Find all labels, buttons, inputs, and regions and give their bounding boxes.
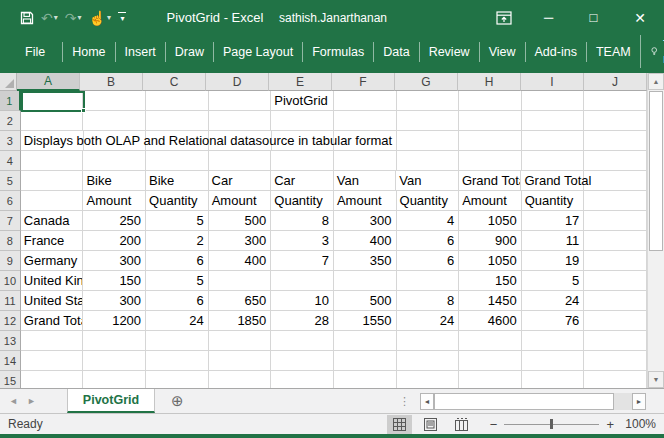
- cell-B4[interactable]: [83, 151, 146, 171]
- close-button[interactable]: ✕: [616, 0, 664, 35]
- cell-D13[interactable]: [209, 331, 272, 351]
- cell-J2[interactable]: [584, 111, 647, 131]
- cell-J12[interactable]: [584, 311, 647, 331]
- cell-A8[interactable]: France: [21, 231, 84, 251]
- cell-I11[interactable]: 24: [522, 291, 585, 311]
- cell-H7[interactable]: 1050: [459, 211, 522, 231]
- minimize-button[interactable]: ─: [526, 0, 571, 35]
- cell-A5[interactable]: [21, 171, 84, 191]
- tab-data[interactable]: Data: [373, 42, 418, 62]
- cell-B11[interactable]: 300: [83, 291, 146, 311]
- scroll-left-icon[interactable]: ◄: [420, 393, 434, 410]
- cell-E14[interactable]: [271, 351, 334, 371]
- cell-G12[interactable]: 24: [397, 311, 460, 331]
- cell-J3[interactable]: [584, 131, 647, 151]
- cell-D5[interactable]: Car: [209, 171, 272, 191]
- cell-I10[interactable]: 5: [522, 271, 585, 291]
- cell-G7[interactable]: 4: [397, 211, 460, 231]
- cell-E11[interactable]: 10: [271, 291, 334, 311]
- cell-A6[interactable]: [21, 191, 84, 211]
- cell-A3[interactable]: Displays both OLAP and Relational dataso…: [21, 131, 84, 151]
- cell-F2[interactable]: [334, 111, 397, 131]
- sheet-nav-next-icon[interactable]: ►: [27, 396, 45, 406]
- cell-H9[interactable]: 1050: [459, 251, 522, 271]
- horizontal-scroll-track[interactable]: [614, 393, 632, 410]
- row-header-15[interactable]: 15: [0, 371, 21, 388]
- cell-C10[interactable]: 5: [146, 271, 209, 291]
- cell-J1[interactable]: [584, 91, 647, 111]
- cell-B12[interactable]: 1200: [83, 311, 146, 331]
- cell-I15[interactable]: [522, 371, 585, 388]
- cell-F8[interactable]: 400: [334, 231, 397, 251]
- cell-C14[interactable]: [146, 351, 209, 371]
- column-header-G[interactable]: G: [395, 73, 458, 91]
- ribbon-display-options-icon[interactable]: [481, 0, 526, 35]
- cell-J13[interactable]: [584, 331, 647, 351]
- zoom-slider[interactable]: [504, 419, 599, 429]
- column-header-H[interactable]: H: [458, 73, 521, 91]
- cell-H13[interactable]: [459, 331, 522, 351]
- row-header-5[interactable]: 5: [0, 171, 21, 191]
- row-header-1[interactable]: 1: [0, 91, 21, 111]
- cell-E10[interactable]: [271, 271, 334, 291]
- page-break-preview-button[interactable]: [449, 415, 474, 434]
- row-header-6[interactable]: 6: [0, 191, 21, 211]
- cell-I7[interactable]: 17: [522, 211, 585, 231]
- cell-G8[interactable]: 6: [397, 231, 460, 251]
- cell-G5[interactable]: Van: [396, 171, 459, 191]
- save-icon[interactable]: [20, 11, 34, 25]
- cell-C5[interactable]: Bike: [146, 171, 209, 191]
- tab-home[interactable]: Home: [62, 42, 114, 62]
- cell-H2[interactable]: [459, 111, 522, 131]
- tell-me-box[interactable]: Tell me: [640, 35, 664, 68]
- cell-D7[interactable]: 500: [209, 211, 272, 231]
- cell-G2[interactable]: [397, 111, 460, 131]
- cell-H4[interactable]: [459, 151, 522, 171]
- maximize-button[interactable]: □: [571, 0, 616, 35]
- cell-C15[interactable]: [146, 371, 209, 388]
- cell-A4[interactable]: [21, 151, 84, 171]
- cell-G10[interactable]: [397, 271, 460, 291]
- cell-B10[interactable]: 150: [83, 271, 146, 291]
- tab-insert[interactable]: Insert: [115, 42, 165, 62]
- tab-add-ins[interactable]: Add-ins: [525, 42, 586, 62]
- cell-E15[interactable]: [271, 371, 334, 388]
- tab-formulas[interactable]: Formulas: [302, 42, 373, 62]
- cell-G1[interactable]: [397, 91, 460, 111]
- row-header-12[interactable]: 12: [0, 311, 21, 331]
- tab-file[interactable]: File: [16, 42, 54, 62]
- cell-A11[interactable]: United States: [21, 291, 84, 311]
- column-header-E[interactable]: E: [269, 73, 332, 91]
- column-header-C[interactable]: C: [143, 73, 206, 91]
- cell-J5[interactable]: [584, 171, 647, 191]
- row-header-10[interactable]: 10: [0, 271, 21, 291]
- cell-J15[interactable]: [584, 371, 647, 388]
- zoom-out-icon[interactable]: −: [490, 417, 498, 432]
- cell-H5[interactable]: Grand Total: [459, 171, 522, 191]
- cell-G6[interactable]: Quantity: [397, 191, 460, 211]
- tab-page-layout[interactable]: Page Layout: [213, 42, 302, 62]
- cell-E6[interactable]: Quantity: [271, 191, 334, 211]
- cell-B2[interactable]: [83, 111, 146, 131]
- column-header-B[interactable]: B: [80, 73, 143, 91]
- cell-F5[interactable]: Van: [334, 171, 397, 191]
- column-header-D[interactable]: D: [206, 73, 269, 91]
- cell-H14[interactable]: [459, 351, 522, 371]
- zoom-slider-handle[interactable]: [550, 419, 553, 429]
- cell-D4[interactable]: [209, 151, 272, 171]
- scroll-down-icon[interactable]: ▼: [648, 371, 664, 388]
- sheet-tab-pivotgrid[interactable]: PivotGrid: [67, 389, 155, 413]
- cell-F15[interactable]: [334, 371, 397, 388]
- cell-D14[interactable]: [209, 351, 272, 371]
- cell-I13[interactable]: [522, 331, 585, 351]
- row-header-8[interactable]: 8: [0, 231, 21, 251]
- row-header-9[interactable]: 9: [0, 251, 21, 271]
- cell-I2[interactable]: [522, 111, 585, 131]
- cell-D9[interactable]: 400: [209, 251, 272, 271]
- cell-C7[interactable]: 5: [146, 211, 209, 231]
- cell-B5[interactable]: Bike: [83, 171, 146, 191]
- column-header-J[interactable]: J: [584, 73, 647, 91]
- cell-F10[interactable]: [334, 271, 397, 291]
- cell-J10[interactable]: [584, 271, 647, 291]
- normal-view-button[interactable]: [387, 415, 412, 434]
